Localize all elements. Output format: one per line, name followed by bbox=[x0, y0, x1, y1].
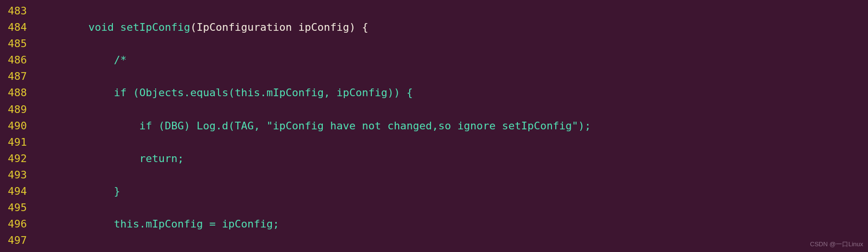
line-number: 483 bbox=[0, 3, 27, 19]
line-number: 490 bbox=[0, 118, 27, 134]
method-signature: (IpConfiguration ipConfig) { bbox=[190, 21, 368, 33]
line-number: 485 bbox=[0, 36, 27, 52]
line-number: 495 bbox=[0, 200, 27, 216]
line-number: 487 bbox=[0, 68, 27, 85]
code-editor: 483 484 485 486 487 488 489 490 491 492 … bbox=[0, 0, 868, 252]
brace-close: } bbox=[114, 185, 120, 197]
comment-text: (DBG) Log.d(TAG, bbox=[159, 120, 267, 132]
line-number: 488 bbox=[0, 85, 27, 101]
code-line: if (DBG) Log.d(TAG, "ipConfig have not c… bbox=[37, 118, 591, 134]
line-number: 484 bbox=[0, 19, 27, 36]
line-number: 486 bbox=[0, 52, 27, 68]
code-line: if (mNetworkAgent != null) { bbox=[37, 249, 591, 252]
code-line: return; bbox=[37, 151, 591, 167]
keyword-if: if bbox=[139, 120, 159, 132]
code-line: } bbox=[37, 183, 591, 200]
keyword-if: if bbox=[114, 87, 133, 99]
code-line: void setIpConfig(IpConfiguration ipConfi… bbox=[37, 19, 591, 36]
keyword-return: return bbox=[139, 152, 177, 164]
line-number: 494 bbox=[0, 183, 27, 200]
comment-open: /* bbox=[114, 54, 127, 66]
code-line: /* bbox=[37, 52, 591, 68]
string-literal: "ipConfig have not changed,so ignore set… bbox=[267, 120, 578, 132]
line-number: 489 bbox=[0, 101, 27, 118]
semicolon: ; bbox=[177, 152, 183, 164]
line-number: 493 bbox=[0, 167, 27, 183]
keyword-this: this bbox=[114, 218, 139, 230]
comment-text: ); bbox=[578, 120, 591, 132]
code-line: if (Objects.equals(this.mIpConfig, ipCon… bbox=[37, 85, 591, 101]
line-number: 491 bbox=[0, 134, 27, 151]
line-gutter: 483 484 485 486 487 488 489 490 491 492 … bbox=[0, 3, 37, 252]
method-name: setIpConfig bbox=[114, 21, 190, 33]
line-number: 492 bbox=[0, 151, 27, 167]
watermark: CSDN @一口Linux bbox=[810, 239, 863, 249]
code-area[interactable]: void setIpConfig(IpConfiguration ipConfi… bbox=[37, 3, 591, 252]
keyword-void: void bbox=[88, 21, 114, 33]
comment-text: (Objects.equals(this.mIpConfig, ipConfig… bbox=[133, 87, 413, 99]
code-line: this.mIpConfig = ipConfig; bbox=[37, 216, 591, 232]
line-number: 496 bbox=[0, 216, 27, 232]
comment-text: .mIpConfig = ipConfig; bbox=[139, 218, 279, 230]
line-number: 497 bbox=[0, 232, 27, 249]
